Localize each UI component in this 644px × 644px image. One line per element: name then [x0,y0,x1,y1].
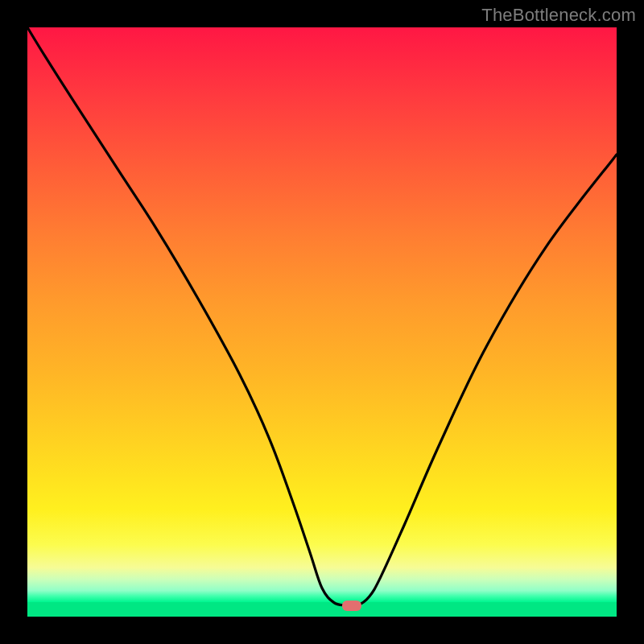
chart-frame: TheBottleneck.com [0,0,644,644]
watermark-text: TheBottleneck.com [481,5,636,26]
bottleneck-curve [27,27,617,617]
minimum-marker [342,601,361,611]
plot-area [27,27,617,617]
